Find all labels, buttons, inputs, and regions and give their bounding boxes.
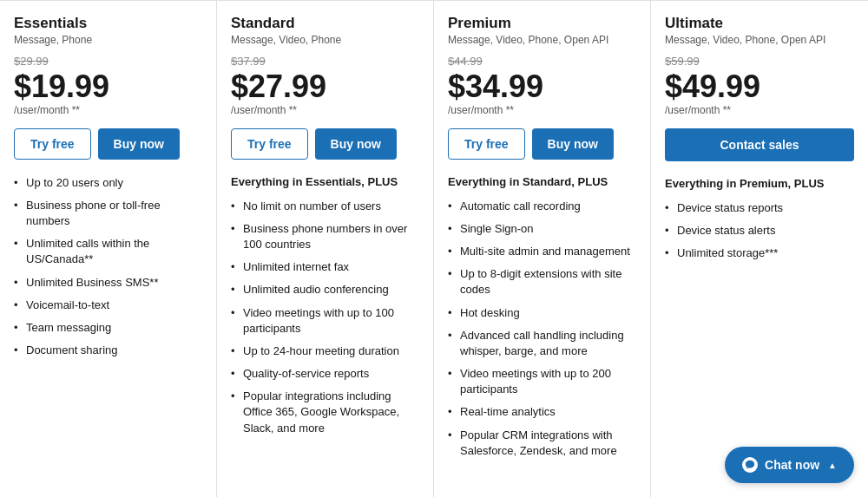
feature-list-essentials: Up to 20 users onlyBusiness phone or tol… [14, 175, 202, 359]
plan-price-suffix-essentials: /user/month ** [14, 104, 202, 116]
feature-list-standard: No limit on number of usersBusiness phon… [231, 199, 419, 436]
feature-item: Business phone numbers in over 100 count… [231, 221, 419, 252]
feature-item: Team messaging [14, 320, 202, 336]
chat-now-label: Chat now [765, 458, 819, 472]
plan-original-price-ultimate: $59.99 [665, 55, 854, 68]
try-free-button-standard[interactable]: Try free [231, 128, 308, 160]
button-row-premium: Try freeBuy now [448, 128, 636, 160]
feature-item: Unlimited Business SMS** [14, 275, 202, 291]
feature-list-ultimate: Device status reportsDevice status alert… [665, 200, 854, 262]
button-row-essentials: Try freeBuy now [14, 128, 202, 160]
feature-item: Real-time analytics [448, 404, 636, 420]
feature-item: Device status reports [665, 200, 854, 216]
feature-item: Multi-site admin and management [448, 244, 636, 259]
plan-current-price-standard: $27.99 [231, 69, 419, 104]
feature-item: Video meetings with up to 200 participan… [448, 366, 636, 397]
feature-item: Popular integrations including Office 36… [231, 389, 419, 436]
plan-original-price-essentials: $29.99 [14, 55, 202, 68]
feature-item: Automatic call recording [448, 199, 636, 214]
plan-section-title-standard: Everything in Essentials, PLUS [231, 175, 419, 188]
try-free-button-essentials[interactable]: Try free [14, 128, 91, 160]
chat-icon [742, 457, 758, 473]
plan-subtitle-premium: Message, Video, Phone, Open API [448, 34, 636, 46]
buy-now-button-essentials[interactable]: Buy now [98, 128, 180, 160]
plan-current-price-premium: $34.99 [448, 69, 636, 104]
feature-item: Business phone or toll-free numbers [14, 198, 202, 229]
plan-subtitle-standard: Message, Video, Phone [231, 34, 419, 46]
feature-item: Popular CRM integrations with Salesforce… [448, 428, 636, 459]
try-free-button-premium[interactable]: Try free [448, 128, 525, 160]
buy-now-button-standard[interactable]: Buy now [315, 128, 397, 160]
feature-item: Unlimited calls within the US/Canada** [14, 236, 202, 267]
plan-name-standard: Standard [231, 15, 419, 32]
plan-col-essentials: EssentialsMessage, Phone$29.99$19.99/use… [0, 1, 217, 497]
feature-item: Unlimited audio conferencing [231, 282, 419, 298]
plan-current-price-ultimate: $49.99 [665, 69, 854, 104]
feature-item: Quality-of-service reports [231, 366, 419, 382]
pricing-grid: EssentialsMessage, Phone$29.99$19.99/use… [0, 0, 868, 497]
chevron-up-icon: ▲ [828, 461, 837, 470]
plan-section-title-ultimate: Everything in Premium, PLUS [665, 177, 854, 190]
plan-subtitle-ultimate: Message, Video, Phone, Open API [665, 34, 854, 46]
plan-price-suffix-standard: /user/month ** [231, 104, 419, 116]
plan-name-essentials: Essentials [14, 15, 202, 32]
plan-price-suffix-premium: /user/month ** [448, 104, 636, 116]
plan-name-ultimate: Ultimate [665, 15, 854, 32]
feature-item: Advanced call handling including whisper… [448, 328, 636, 359]
plan-price-suffix-ultimate: /user/month ** [665, 104, 854, 116]
feature-item: Document sharing [14, 343, 202, 358]
plan-name-premium: Premium [448, 15, 636, 32]
feature-item: Up to 24-hour meeting duration [231, 343, 419, 359]
feature-item: Voicemail-to-text [14, 298, 202, 313]
plan-original-price-premium: $44.99 [448, 55, 636, 68]
chat-now-button[interactable]: Chat now ▲ [725, 447, 854, 483]
plan-col-premium: PremiumMessage, Video, Phone, Open API$4… [434, 1, 651, 497]
feature-item: Unlimited storage*** [665, 245, 854, 261]
feature-item: Video meetings with up to 100 participan… [231, 305, 419, 337]
feature-item: Device status alerts [665, 223, 854, 239]
plan-col-ultimate: UltimateMessage, Video, Phone, Open API$… [651, 1, 868, 497]
feature-list-premium: Automatic call recordingSingle Sign-onMu… [448, 199, 636, 459]
plan-current-price-essentials: $19.99 [14, 69, 202, 104]
feature-item: No limit on number of users [231, 199, 419, 214]
feature-item: Hot desking [448, 305, 636, 321]
contact-sales-button-ultimate[interactable]: Contact sales [665, 128, 854, 161]
button-row-standard: Try freeBuy now [231, 128, 419, 160]
feature-item: Single Sign-on [448, 221, 636, 237]
buy-now-button-premium[interactable]: Buy now [532, 128, 614, 160]
feature-item: Up to 8-digit extensions with site codes [448, 266, 636, 298]
plan-section-title-premium: Everything in Standard, PLUS [448, 175, 636, 188]
plan-col-standard: StandardMessage, Video, Phone$37.99$27.9… [217, 1, 434, 497]
feature-item: Up to 20 users only [14, 175, 202, 191]
feature-item: Unlimited internet fax [231, 259, 419, 275]
plan-subtitle-essentials: Message, Phone [14, 34, 202, 46]
plan-original-price-standard: $37.99 [231, 55, 419, 68]
